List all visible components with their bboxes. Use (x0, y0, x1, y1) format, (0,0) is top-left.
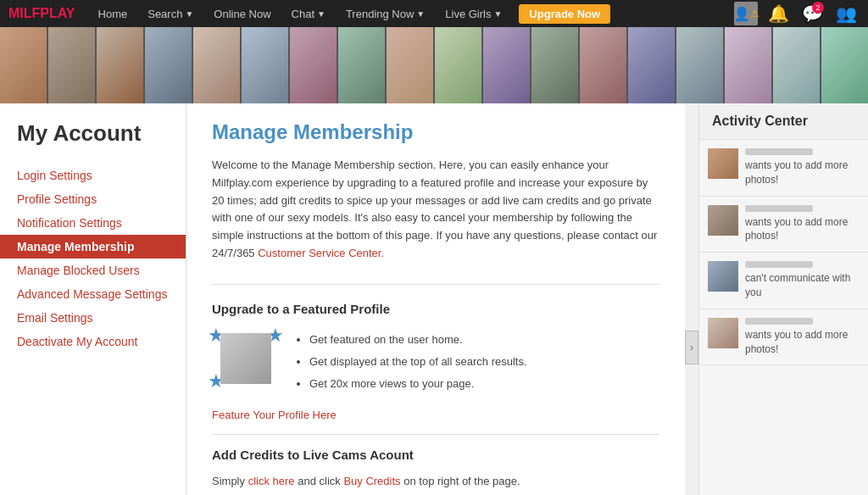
sidebar-title: My Account (17, 120, 186, 147)
add-credits-title: Add Credits to Live Cams Acount (212, 448, 659, 462)
notifications-button[interactable]: 🔔 (765, 0, 792, 27)
activity-center-collapse-button[interactable]: › (685, 331, 698, 364)
nav-trending-now[interactable]: Trending Now ▼ (336, 0, 435, 27)
banner-thumb-16 (725, 27, 771, 103)
sidebar-item-manage-blocked-users[interactable]: Manage Blocked Users (17, 259, 186, 282)
activity-item-3: can't communicate with you (699, 253, 868, 309)
featured-profile-title: Upgrade to a Featured Profile (212, 302, 659, 316)
logo-text-red: PLAY (40, 6, 75, 20)
activity-item-2: wants you to add more photos! (699, 197, 868, 253)
activity-text-4: wants you to add more photos! (745, 318, 860, 357)
star-profile-image: ★ ★ ★ (212, 329, 280, 388)
user-avatar-nav[interactable]: 👤 ⚠ (734, 2, 758, 25)
activity-name-bar-2 (745, 205, 813, 212)
featured-profile-box: ★ ★ ★ Get featured on the user home. Get… (212, 329, 659, 395)
page-title: Manage Membership (212, 120, 659, 144)
profile-button[interactable]: 👥 (832, 0, 860, 27)
sidebar-item-manage-membership[interactable]: Manage Membership (0, 235, 186, 259)
banner-thumb-15 (676, 27, 723, 103)
banner-thumbnails (0, 27, 868, 103)
sidebar-item-notification-settings[interactable]: Notification Settings (17, 211, 186, 235)
activity-item-4: wants you to add more photos! (699, 309, 868, 366)
activity-name-bar-3 (745, 261, 813, 268)
banner-thumb-9 (387, 27, 433, 103)
banner-thumb-2 (48, 27, 95, 103)
banner-thumb-10 (435, 27, 481, 103)
bullet-2: Get displayed at the top of all search r… (309, 351, 527, 373)
banner-thumb-12 (531, 27, 578, 103)
nav-live-girls[interactable]: Live Girls ▼ (435, 0, 512, 27)
activity-name-bar-4 (745, 318, 813, 325)
sidebar: My Account Login Settings Profile Settin… (0, 103, 186, 495)
sidebar-item-email-settings[interactable]: Email Settings (17, 306, 186, 330)
activity-text-1: wants you to add more photos! (745, 148, 860, 187)
banner-thumb-18 (821, 27, 868, 103)
banner-thumb-5 (193, 27, 240, 103)
bullet-3: Get 20x more views to your page. (309, 373, 527, 395)
banner-thumb-11 (483, 27, 530, 103)
bullet-1: Get featured on the user home. (309, 329, 527, 351)
sidebar-item-deactivate-account[interactable]: Deactivate My Account (17, 330, 186, 353)
credits-text: Simply click here and click Buy Credits … (212, 475, 659, 487)
activity-avatar-4 (708, 318, 738, 348)
customer-service-link[interactable]: Customer Service Center. (258, 247, 384, 259)
sidebar-menu: Login Settings Profile Settings Notifica… (17, 164, 186, 353)
activity-name-bar-1 (745, 148, 813, 155)
nav-chat[interactable]: Chat ▼ (281, 0, 336, 27)
nav-icons-group: 👤 ⚠ 🔔 💬 2 👥 (734, 0, 860, 27)
main-content: Manage Membership Welcome to the Manage … (186, 103, 685, 495)
click-here-link[interactable]: click here (248, 475, 295, 487)
upgrade-now-button[interactable]: Upgrade Now (519, 4, 610, 24)
sidebar-item-advanced-message-settings[interactable]: Advanced Message Settings (17, 282, 186, 306)
top-navigation: MILFPLAY Home Search ▼ Online Now Chat ▼… (0, 0, 868, 27)
profile-thumbnail (220, 333, 271, 384)
activity-avatar-1 (708, 148, 738, 179)
messages-button[interactable]: 💬 2 (798, 0, 826, 27)
nav-search[interactable]: Search ▼ (137, 0, 203, 27)
featured-profile-section: Upgrade to a Featured Profile ★ ★ ★ Get … (212, 284, 659, 421)
main-layout: My Account Login Settings Profile Settin… (0, 103, 868, 495)
sidebar-item-profile-settings[interactable]: Profile Settings (17, 187, 186, 211)
nav-home[interactable]: Home (88, 0, 138, 27)
banner-thumb-3 (97, 27, 143, 103)
nav-online-now[interactable]: Online Now (203, 0, 281, 27)
featured-bullets: Get featured on the user home. Get displ… (292, 329, 527, 395)
activity-center: Activity Center wants you to add more ph… (698, 103, 868, 495)
sidebar-item-login-settings[interactable]: Login Settings (17, 164, 186, 187)
banner-thumb-6 (242, 27, 288, 103)
activity-text-2: wants you to add more photos! (745, 205, 860, 244)
activity-avatar-2 (708, 205, 738, 236)
activity-center-header: Activity Center (699, 103, 868, 140)
add-credits-section: Add Credits to Live Cams Acount Simply c… (212, 434, 659, 487)
banner-thumb-1 (0, 27, 47, 103)
banner-thumb-7 (290, 27, 337, 103)
banner-thumb-4 (145, 27, 192, 103)
logo-text-white: MILF (8, 6, 40, 20)
banner-thumb-14 (628, 27, 675, 103)
activity-text-3: can't communicate with you (745, 261, 860, 300)
intro-text: Welcome to the Manage Membership section… (212, 157, 659, 263)
messages-badge: 2 (812, 2, 824, 14)
activity-item-1: wants you to add more photos! (699, 140, 868, 197)
banner-thumb-13 (580, 27, 626, 103)
feature-profile-link[interactable]: Feature Your Profile Here (212, 409, 337, 421)
site-logo[interactable]: MILFPLAY (8, 6, 75, 21)
banner-thumb-8 (338, 27, 385, 103)
activity-avatar-3 (708, 261, 738, 292)
buy-credits-link[interactable]: Buy Credits (343, 475, 400, 487)
banner-thumb-17 (773, 27, 820, 103)
